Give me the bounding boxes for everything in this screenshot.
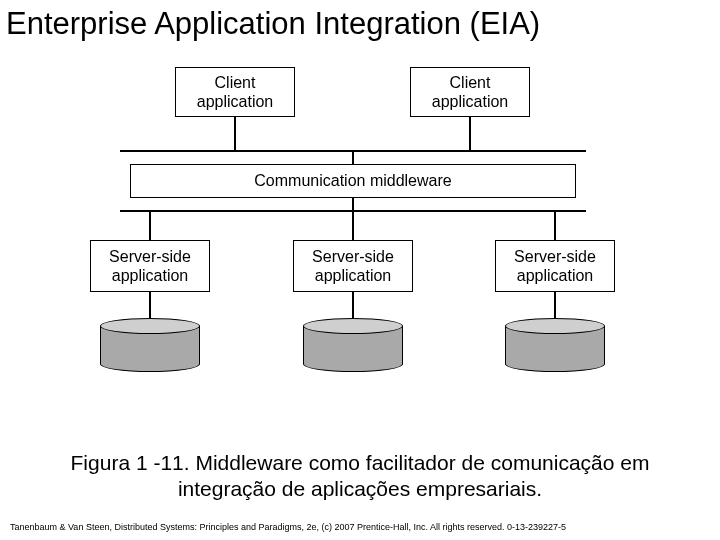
connector-line	[234, 117, 236, 150]
server-app-box: Server-side application	[495, 240, 615, 292]
middleware-box: Communication middleware	[130, 164, 576, 198]
database-icon	[100, 318, 200, 372]
text: application	[517, 267, 594, 284]
text: Server-side	[514, 248, 596, 265]
connector-line	[469, 117, 471, 150]
caption-line: integração de aplicações empresariais.	[178, 477, 542, 500]
connector-line	[352, 152, 354, 164]
client-app-box: Client application	[175, 67, 295, 117]
text: Client	[215, 74, 256, 91]
slide: Enterprise Application Integration (EIA)…	[0, 0, 720, 540]
text: application	[432, 93, 509, 110]
database-icon	[505, 318, 605, 372]
text: application	[315, 267, 392, 284]
connector-line	[352, 292, 354, 320]
text: application	[112, 267, 189, 284]
connector-line	[554, 292, 556, 320]
connector-line	[554, 212, 556, 240]
figure-caption: Figura 1 -11. Middleware como facilitado…	[20, 450, 700, 503]
middleware-label: Communication middleware	[254, 171, 451, 190]
connector-line	[352, 212, 354, 240]
client-app-label: Client application	[197, 73, 274, 111]
server-app-label: Server-side application	[312, 247, 394, 285]
text: Client	[450, 74, 491, 91]
text: Server-side	[312, 248, 394, 265]
page-title: Enterprise Application Integration (EIA)	[6, 6, 714, 42]
client-app-label: Client application	[432, 73, 509, 111]
credit-line: Tanenbaum & Van Steen, Distributed Syste…	[10, 522, 566, 532]
connector-line	[352, 198, 354, 210]
client-app-box: Client application	[410, 67, 530, 117]
server-app-label: Server-side application	[514, 247, 596, 285]
text: Server-side	[109, 248, 191, 265]
diagram: Client application Client application Co…	[70, 62, 650, 422]
database-icon	[303, 318, 403, 372]
text: application	[197, 93, 274, 110]
server-app-box: Server-side application	[90, 240, 210, 292]
server-app-label: Server-side application	[109, 247, 191, 285]
server-app-box: Server-side application	[293, 240, 413, 292]
connector-line	[149, 212, 151, 240]
connector-line	[149, 292, 151, 320]
caption-line: Figura 1 -11. Middleware como facilitado…	[71, 451, 650, 474]
